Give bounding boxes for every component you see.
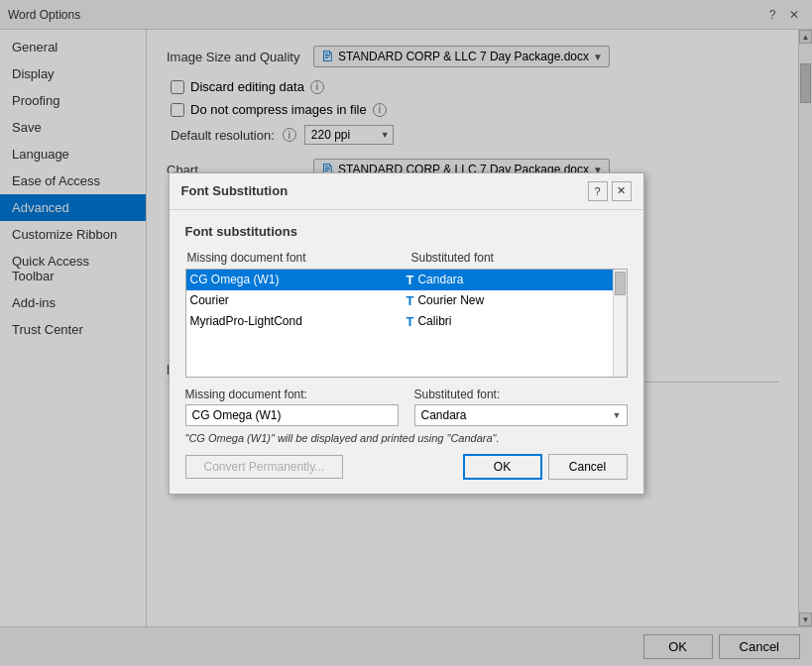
modal-title-controls: ? ✕ xyxy=(588,181,632,201)
font-table-header: Missing document font Substituted font xyxy=(185,249,628,267)
substituted-font-field-label: Substituted font: xyxy=(414,388,628,401)
font-list-scrollbar-thumb[interactable] xyxy=(615,272,626,295)
font-t-icon-0: T xyxy=(406,273,414,287)
modal-title: Font Substitution xyxy=(181,183,289,198)
font-missing-2: MyriadPro-LightCond xyxy=(190,314,406,328)
font-t-icon-2: T xyxy=(406,314,414,329)
font-table-col2-header: Substituted font xyxy=(404,251,628,265)
modal-cancel-button[interactable]: Cancel xyxy=(548,454,628,480)
missing-font-field-group: Missing document font: xyxy=(185,388,399,426)
font-substituted-2: T Calibri xyxy=(406,314,623,329)
missing-font-input[interactable] xyxy=(185,404,399,426)
substituted-font-select[interactable]: Candara Arial Calibri Courier New xyxy=(414,404,628,426)
font-missing-0: CG Omega (W1) xyxy=(190,273,406,286)
modal-ok-button[interactable]: OK xyxy=(463,454,542,480)
substituted-font-select-wrapper: Candara Arial Calibri Courier New xyxy=(414,404,628,426)
substituted-font-field-group: Substituted font: Candara Arial Calibri … xyxy=(414,388,628,426)
modal-help-button[interactable]: ? xyxy=(588,181,608,201)
font-missing-1: Courier xyxy=(190,293,406,307)
font-substitution-modal: Font Substitution ? ✕ Font substitutions… xyxy=(169,172,644,495)
modal-buttons: Convert Permanently... OK Cancel xyxy=(185,454,628,480)
font-fields-row: Missing document font: Substituted font:… xyxy=(185,388,628,426)
modal-title-bar: Font Substitution ? ✕ xyxy=(170,173,643,210)
missing-font-field-label: Missing document font: xyxy=(185,388,399,401)
modal-body: Font substitutions Missing document font… xyxy=(170,210,643,494)
font-substituted-1: T Courier New xyxy=(406,293,623,308)
font-row-1[interactable]: Courier T Courier New xyxy=(186,290,627,311)
font-t-icon-1: T xyxy=(406,293,414,308)
font-substituted-0: T Candara xyxy=(406,273,623,287)
font-sub-heading: Font substitutions xyxy=(185,224,628,239)
modal-close-button[interactable]: ✕ xyxy=(612,181,632,201)
font-row-0[interactable]: CG Omega (W1) T Candara xyxy=(186,270,627,290)
modal-overlay: Font Substitution ? ✕ Font substitutions… xyxy=(0,0,812,666)
font-note: "CG Omega (W1)" will be displayed and pr… xyxy=(185,432,628,444)
font-list-scrollbar[interactable] xyxy=(613,270,627,377)
font-table-col1-header: Missing document font xyxy=(185,251,404,265)
font-row-2[interactable]: MyriadPro-LightCond T Calibri xyxy=(186,311,627,332)
font-list[interactable]: CG Omega (W1) T Candara Courier T Courie… xyxy=(185,269,628,378)
convert-permanently-button[interactable]: Convert Permanently... xyxy=(185,455,344,479)
